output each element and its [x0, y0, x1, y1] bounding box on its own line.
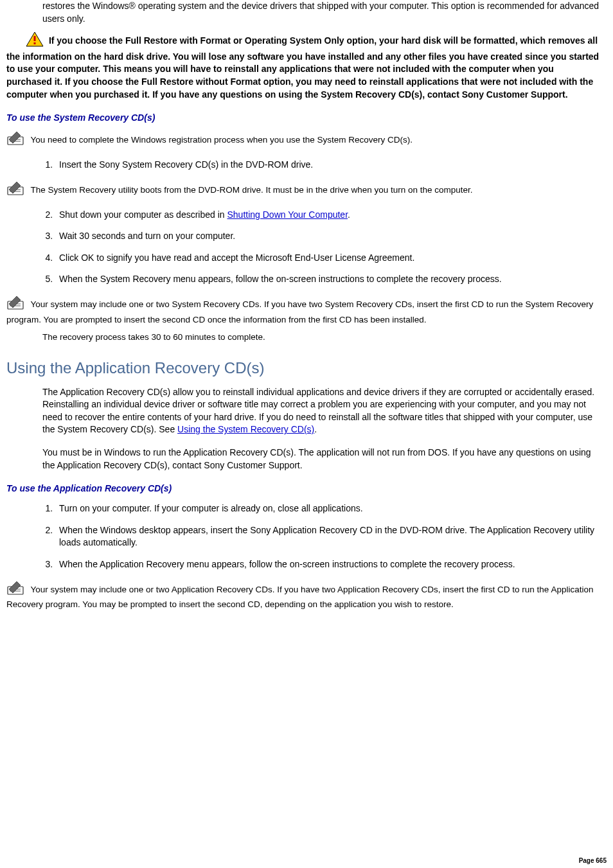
section-heading-system-recovery: To use the System Recovery CD(s)	[6, 112, 607, 123]
note-two-cds: Your system may include one or two Syste…	[6, 295, 600, 326]
note-app-two-cds: Your system may include one or two Appli…	[6, 580, 600, 612]
app-recovery-steps: Turn on your computer. If your computer …	[42, 502, 607, 571]
para-text-pre: The Application Recovery CD(s) allow you…	[42, 387, 594, 435]
note-text: Your system may include one or two Syste…	[6, 299, 593, 324]
step-text-pre: Shut down your computer as described in	[59, 209, 227, 220]
app-recovery-para2: You must be in Windows to run the Applic…	[42, 447, 600, 472]
pencil-note-icon	[6, 580, 26, 599]
shutting-down-link[interactable]: Shutting Down Your Computer	[227, 209, 348, 220]
list-item: Click OK to signify you have read and ac…	[55, 252, 607, 265]
system-recovery-steps-part1: Insert the Sony System Recovery CD(s) in…	[42, 159, 607, 172]
list-item: When the Windows desktop appears, insert…	[55, 524, 607, 549]
warning-callout: If you choose the Full Restore with Form…	[6, 31, 600, 101]
pencil-note-icon	[6, 181, 26, 200]
intro-paragraph: restores the Windows® operating system a…	[42, 0, 600, 25]
system-recovery-steps-part2: Shut down your computer as described in …	[42, 209, 607, 286]
app-recovery-para1: The Application Recovery CD(s) allow you…	[42, 386, 600, 436]
note-duration: The recovery process takes 30 to 60 minu…	[42, 332, 600, 344]
note-registration: You need to complete the Windows registr…	[6, 130, 600, 150]
list-item: When the Application Recovery menu appea…	[55, 558, 607, 571]
para-text-post: .	[314, 424, 317, 434]
pencil-note-icon	[6, 130, 26, 150]
note-text: Your system may include one or two Appli…	[6, 584, 593, 609]
section-heading-app-recovery: Using the Application Recovery CD(s)	[6, 359, 607, 377]
list-item: Insert the Sony System Recovery CD(s) in…	[55, 159, 607, 172]
list-item: Turn on your computer. If your computer …	[55, 502, 607, 515]
warning-icon	[26, 31, 44, 51]
system-recovery-link[interactable]: Using the System Recovery CD(s)	[177, 424, 314, 434]
svg-rect-1	[34, 36, 36, 41]
list-item: Wait 30 seconds and turn on your compute…	[55, 230, 607, 243]
note-text: The System Recovery utility boots from t…	[28, 184, 473, 194]
list-item: When the System Recovery menu appears, f…	[55, 273, 607, 286]
step-text-post: .	[348, 209, 350, 220]
pencil-note-icon	[6, 295, 26, 314]
warning-text: If you choose the Full Restore with Form…	[6, 35, 599, 100]
svg-rect-2	[34, 42, 36, 44]
section-heading-use-app-recovery: To use the Application Recovery CD(s)	[6, 483, 607, 493]
note-text: You need to complete the Windows registr…	[28, 135, 413, 145]
list-item: Shut down your computer as described in …	[55, 209, 607, 222]
note-boot: The System Recovery utility boots from t…	[6, 181, 600, 200]
